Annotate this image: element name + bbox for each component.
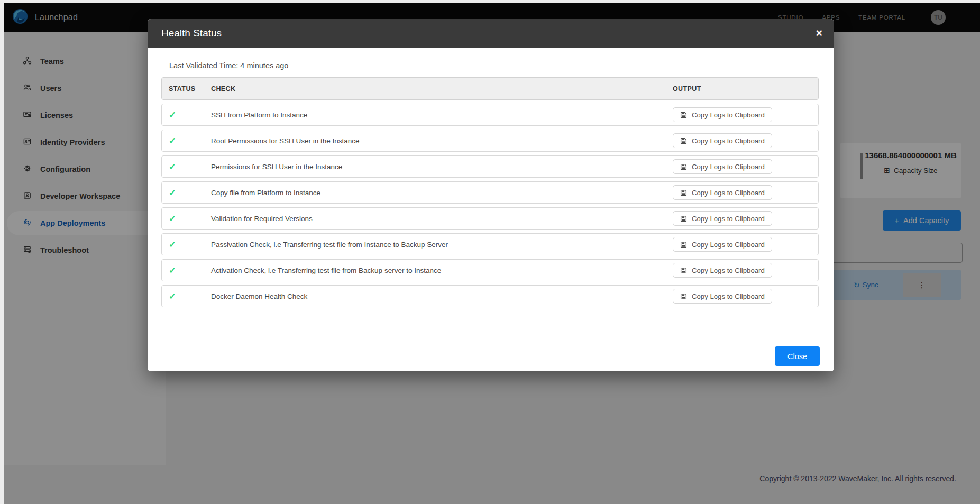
health-checks-table: STATUS CHECK OUTPUT ✓ SSH from Platform …: [161, 77, 819, 307]
save-icon: [680, 189, 687, 196]
save-icon: [680, 293, 687, 300]
check-pass-icon: ✓: [169, 213, 176, 224]
save-icon: [680, 215, 687, 222]
table-row: ✓ Validation for Required Versions Copy …: [161, 207, 819, 230]
copy-logs-button[interactable]: Copy Logs to Clipboard: [673, 289, 772, 304]
check-name: Permissions for SSH User in the Instance: [206, 156, 663, 177]
copy-logs-button[interactable]: Copy Logs to Clipboard: [673, 263, 772, 278]
modal-title: Health Status: [161, 28, 222, 39]
save-icon: [680, 163, 687, 170]
check-name: Root Permissions for SSH User in the Ins…: [206, 130, 663, 151]
check-pass-icon: ✓: [169, 187, 176, 198]
copy-logs-button[interactable]: Copy Logs to Clipboard: [673, 185, 772, 200]
column-output: OUTPUT: [663, 78, 818, 99]
screen: Launchpad STUDIO APPS TEAM PORTAL TU Tea…: [0, 0, 980, 504]
column-check: CHECK: [206, 78, 663, 99]
table-row: ✓ Root Permissions for SSH User in the I…: [161, 130, 819, 152]
check-name: Passivation Check, i.e Transferring test…: [206, 234, 663, 255]
close-button[interactable]: Close: [775, 346, 820, 366]
copy-logs-button[interactable]: Copy Logs to Clipboard: [673, 133, 772, 148]
save-icon: [680, 112, 687, 118]
save-icon: [680, 138, 687, 144]
health-status-modal: Health Status × Last Validated Time: 4 m…: [148, 19, 834, 371]
check-pass-icon: ✓: [169, 291, 176, 302]
table-row: ✓ Docker Daemon Health Check Copy Logs t…: [161, 285, 819, 307]
check-pass-icon: ✓: [169, 109, 176, 121]
check-name: SSH from Platform to Instance: [206, 104, 663, 125]
check-name: Validation for Required Versions: [206, 208, 663, 229]
table-row: ✓ SSH from Platform to Instance Copy Log…: [161, 104, 819, 126]
check-pass-icon: ✓: [169, 239, 176, 250]
save-icon: [680, 267, 687, 274]
check-pass-icon: ✓: [169, 265, 176, 276]
check-pass-icon: ✓: [169, 135, 176, 146]
last-validated-text: Last Validated Time: 4 minutes ago: [169, 61, 820, 70]
check-pass-icon: ✓: [169, 161, 176, 172]
modal-header: Health Status ×: [148, 19, 834, 48]
check-name: Copy file from Platform to Instance: [206, 182, 663, 203]
table-row: ✓ Permissions for SSH User in the Instan…: [161, 155, 819, 178]
table-row: ✓ Passivation Check, i.e Transferring te…: [161, 233, 819, 255]
save-icon: [680, 241, 687, 248]
copy-logs-button[interactable]: Copy Logs to Clipboard: [673, 211, 772, 226]
close-icon[interactable]: ×: [816, 28, 822, 39]
check-name: Activation Check, i.e Transferring test …: [206, 260, 663, 281]
column-status: STATUS: [162, 78, 206, 99]
table-row: ✓ Copy file from Platform to Instance Co…: [161, 181, 819, 204]
copy-logs-button[interactable]: Copy Logs to Clipboard: [673, 159, 772, 174]
copy-logs-button[interactable]: Copy Logs to Clipboard: [673, 237, 772, 252]
copy-logs-button[interactable]: Copy Logs to Clipboard: [673, 107, 772, 122]
table-row: ✓ Activation Check, i.e Transferring tes…: [161, 259, 819, 281]
check-name: Docker Daemon Health Check: [206, 286, 663, 307]
table-header-row: STATUS CHECK OUTPUT: [161, 77, 819, 100]
